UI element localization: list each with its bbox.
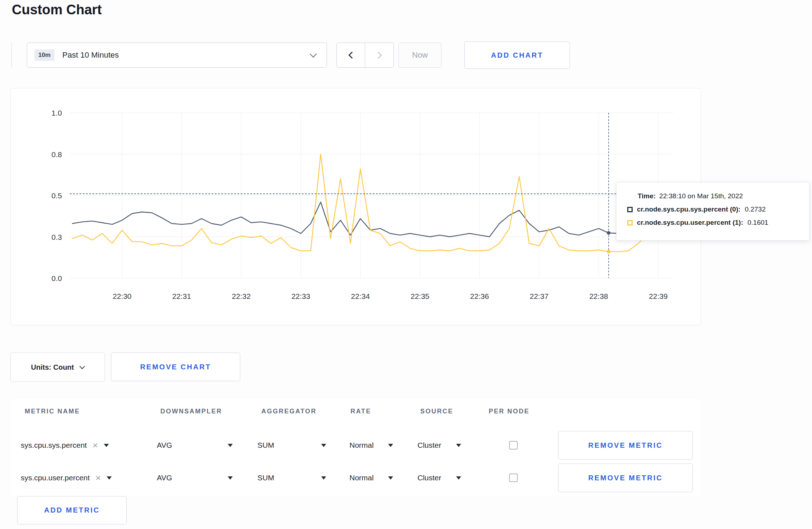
metric-row: sys.cpu.user.percent × AVG SUM Normal Cl… [10, 465, 700, 490]
tooltip-time-label: Time: [638, 192, 656, 200]
add-chart-button[interactable]: ADD CHART [464, 42, 570, 69]
page-title: Custom Chart [12, 2, 102, 18]
rate-select[interactable]: Normal [349, 474, 393, 482]
downsampler-value: AVG [157, 441, 172, 450]
aggregator-select[interactable]: SUM [257, 474, 326, 482]
time-range-label: Past 10 Minutes [62, 50, 119, 60]
per-node-checkbox[interactable] [509, 441, 518, 450]
sys-series-swatch-icon [627, 207, 633, 212]
caret-down-icon [321, 476, 326, 480]
metrics-table: METRIC NAME DOWNSAMPLER AGGREGATOR RATE … [10, 399, 700, 496]
downsampler-select[interactable]: AVG [157, 474, 233, 482]
caret-down-icon [228, 476, 233, 480]
aggregator-value: SUM [257, 441, 274, 450]
tooltip-series-row: cr.node.sys.cpu.sys.percent (0): 0.2732 [627, 205, 801, 213]
tooltip-series-name: cr.node.sys.cpu.sys.percent (0): [637, 205, 740, 213]
svg-text:22:30: 22:30 [113, 292, 132, 300]
time-nav-group [337, 43, 394, 68]
svg-text:1.0: 1.0 [52, 109, 62, 117]
aggregator-select[interactable]: SUM [257, 441, 326, 450]
column-header-rate: RATE [351, 408, 371, 415]
svg-text:0.8: 0.8 [52, 150, 62, 159]
caret-down-icon [104, 444, 109, 447]
downsampler-value: AVG [157, 474, 172, 482]
downsampler-select[interactable]: AVG [157, 441, 233, 450]
now-button[interactable]: Now [398, 43, 441, 68]
chevron-left-icon [348, 52, 356, 59]
source-value: Cluster [417, 441, 441, 450]
remove-chart-button[interactable]: REMOVE CHART [111, 353, 240, 381]
svg-text:0.5: 0.5 [52, 191, 62, 200]
svg-text:22:34: 22:34 [351, 292, 370, 300]
per-node-checkbox[interactable] [509, 474, 518, 482]
units-select-label: Units: Count [31, 363, 74, 372]
rate-value: Normal [349, 474, 374, 482]
prev-time-button[interactable] [337, 43, 365, 68]
metric-name-select[interactable]: sys.cpu.user.percent × [21, 473, 112, 482]
tooltip-time-row: Time:22:38:10 on Mar 15th, 2022 [638, 192, 801, 200]
svg-text:22:32: 22:32 [232, 292, 251, 300]
svg-text:0.0: 0.0 [52, 274, 62, 282]
time-range-badge: 10m [34, 49, 54, 61]
source-value: Cluster [417, 474, 441, 482]
add-metric-button[interactable]: ADD METRIC [17, 496, 127, 524]
units-select[interactable]: Units: Count [10, 353, 105, 382]
remove-metric-button[interactable]: REMOVE METRIC [558, 464, 693, 492]
clear-metric-icon[interactable]: × [92, 441, 98, 450]
chevron-down-icon [310, 50, 317, 58]
caret-down-icon [228, 444, 233, 447]
metric-row: sys.cpu.sys.percent × AVG SUM Normal Clu… [10, 433, 700, 458]
metric-name-select[interactable]: sys.cpu.sys.percent × [21, 441, 109, 450]
caret-down-icon [107, 476, 112, 480]
column-header-per-node: PER NODE [489, 408, 530, 415]
column-header-metric-name: METRIC NAME [25, 408, 80, 415]
clear-metric-icon[interactable]: × [96, 473, 101, 482]
svg-text:22:36: 22:36 [470, 292, 489, 300]
source-select[interactable]: Cluster [417, 474, 461, 482]
tooltip-series-name: cr.node.sys.cpu.user.percent (1): [637, 219, 743, 227]
toolbar-divider [11, 43, 12, 68]
metric-name-label: sys.cpu.sys.percent [21, 441, 87, 450]
chart-card: 0.00.30.50.81.022:3022:3122:3222:3322:34… [10, 88, 701, 325]
column-header-downsampler: DOWNSAMPLER [160, 408, 222, 415]
svg-text:22:37: 22:37 [530, 292, 549, 300]
chevron-right-icon [375, 52, 382, 59]
tooltip-series-value: 0.1601 [748, 219, 768, 227]
caret-down-icon [388, 476, 393, 480]
column-header-aggregator: AGGREGATOR [261, 408, 316, 415]
remove-metric-button[interactable]: REMOVE METRIC [558, 431, 693, 460]
caret-down-icon [456, 444, 461, 447]
svg-text:22:39: 22:39 [649, 292, 668, 300]
next-time-button[interactable] [365, 43, 394, 68]
metric-name-label: sys.cpu.user.percent [21, 474, 90, 482]
svg-text:0.3: 0.3 [52, 233, 62, 241]
column-header-source: SOURCE [420, 408, 453, 415]
svg-text:22:33: 22:33 [291, 292, 310, 300]
custom-chart-page: Custom Chart 10m Past 10 Minutes Now ADD… [0, 0, 812, 529]
rate-value: Normal [349, 441, 374, 450]
user-series-swatch-icon [627, 220, 633, 225]
aggregator-value: SUM [257, 474, 274, 482]
tooltip-series-value: 0.2732 [745, 205, 765, 213]
svg-text:22:35: 22:35 [411, 292, 430, 300]
caret-down-icon [456, 476, 461, 480]
tooltip-time-value: 22:38:10 on Mar 15th, 2022 [659, 192, 743, 200]
metrics-chart-svg[interactable]: 0.00.30.50.81.022:3022:3122:3222:3322:34… [11, 88, 701, 325]
caret-down-icon [388, 444, 393, 447]
chevron-down-icon [79, 363, 85, 369]
tooltip-series-row: cr.node.sys.cpu.user.percent (1): 0.1601 [627, 219, 801, 227]
caret-down-icon [321, 444, 326, 447]
rate-select[interactable]: Normal [349, 441, 393, 450]
time-range-select[interactable]: 10m Past 10 Minutes [27, 43, 327, 68]
source-select[interactable]: Cluster [417, 441, 461, 450]
svg-text:22:31: 22:31 [172, 292, 191, 300]
chart-tooltip: Time:22:38:10 on Mar 15th, 2022 cr.node.… [616, 182, 809, 241]
svg-text:22:38: 22:38 [589, 292, 608, 300]
